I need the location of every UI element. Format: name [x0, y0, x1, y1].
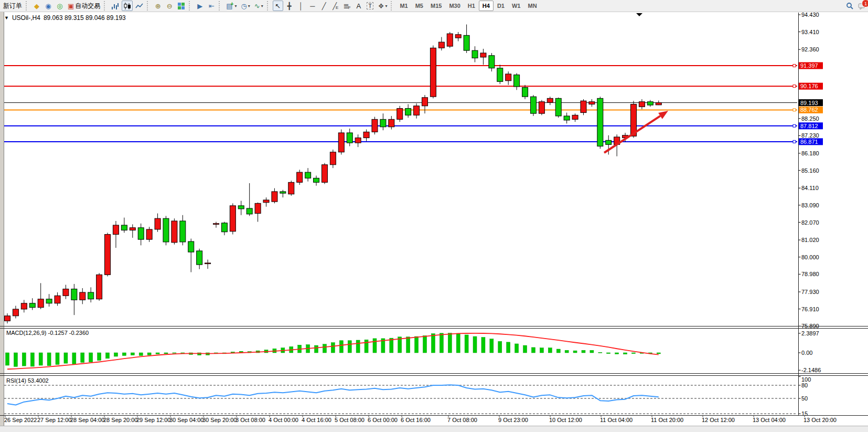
macd-histogram-bar — [515, 344, 519, 353]
signal-icon: ◎ — [57, 2, 62, 10]
timeframe-m30-button[interactable]: M30 — [445, 1, 464, 11]
crosshair-button[interactable]: ╋ — [284, 1, 295, 11]
trendline-button[interactable]: ╱ — [319, 1, 329, 11]
macd-histogram-bar — [490, 339, 494, 353]
bar-chart-icon — [111, 2, 119, 10]
crosshair-icon: ╋ — [287, 2, 292, 10]
bar-chart-button[interactable] — [110, 1, 121, 11]
macd-tick-label: 0.00 — [801, 350, 812, 356]
timeframe-h4-button[interactable]: H4 — [479, 1, 494, 11]
macd-histogram-bar — [6, 353, 9, 365]
bear-candle — [163, 218, 169, 242]
macd-histogram-bar — [448, 333, 452, 353]
label-button[interactable]: T — [365, 1, 376, 11]
icon-sub-label: E — [336, 5, 338, 10]
bullion-icon-button[interactable]: ◆ — [31, 1, 42, 11]
new-chart-button[interactable]: ▤+▾ — [224, 1, 238, 11]
bull-candle — [355, 138, 361, 143]
level-handle[interactable] — [793, 85, 796, 88]
timeframe-m15-button[interactable]: M15 — [427, 1, 445, 11]
periods-button[interactable]: ◷▾ — [239, 1, 251, 11]
chart-title-bar[interactable]: ▼ USOil-,H4 89.063 89.315 89.046 89.193 — [4, 14, 126, 22]
text-icon: A — [356, 2, 361, 10]
bear-candle — [188, 241, 194, 252]
horizontal-line-icon: ─ — [310, 2, 315, 10]
macd-histogram-bar — [582, 350, 585, 353]
new-order-button-label: 新订单 — [3, 2, 22, 10]
bull-candle — [113, 225, 119, 235]
cursor-button[interactable]: ↖ — [273, 1, 283, 11]
zoom-out-button[interactable]: ⊖ — [164, 1, 175, 11]
bull-candle — [80, 292, 85, 300]
macd-histogram-bar — [139, 353, 143, 355]
search-button[interactable] — [844, 1, 855, 11]
timeframe-mn-button[interactable]: MN — [524, 1, 540, 11]
price-tick-label: 77.930 — [801, 289, 819, 295]
clock-icon: ◷ — [241, 2, 247, 10]
bear-candle — [238, 206, 244, 209]
channel-button[interactable]: ╱E — [330, 1, 341, 11]
new-order-button[interactable]: 新订单 — [1, 1, 24, 11]
autotrading-button[interactable]: ▣自动交易 — [66, 1, 102, 11]
macd-histogram-bar — [89, 353, 93, 362]
tile-windows-button[interactable] — [176, 1, 187, 11]
fibonacci-button[interactable]: ≣F — [342, 1, 352, 11]
level-handle[interactable] — [793, 65, 796, 67]
time-tick-label: 9 Oct 23:00 — [498, 417, 528, 423]
level-handle[interactable] — [793, 140, 796, 143]
chat-button[interactable]: 1 — [856, 1, 867, 11]
price-tick-label: 81.020 — [801, 237, 819, 243]
timeframe-h1-button[interactable]: H1 — [464, 1, 479, 11]
bull-candle — [389, 119, 394, 127]
chart-collapse-icon[interactable]: ▼ — [4, 15, 9, 20]
chevron-down-icon[interactable]: ▾ — [385, 4, 387, 8]
line-chart-button[interactable] — [134, 1, 145, 11]
chevron-down-icon[interactable]: ▾ — [261, 4, 263, 8]
macd-histogram-bar — [98, 353, 101, 361]
vertical-line-button[interactable]: │ — [296, 1, 306, 11]
bull-candle — [455, 35, 461, 38]
timeframe-w1-button[interactable]: W1 — [508, 1, 524, 11]
time-tick-label: 29 Sep 12:00 — [136, 417, 170, 423]
bear-candle — [71, 289, 77, 300]
bear-candle — [46, 299, 52, 303]
community-icon-button[interactable]: ◉ — [43, 1, 53, 11]
line-chart-icon — [135, 2, 143, 10]
chevron-down-icon[interactable]: ▾ — [234, 4, 237, 8]
zoom-in-button[interactable]: ⊕ — [153, 1, 163, 11]
timeframe-m1-button[interactable]: M1 — [396, 1, 411, 11]
macd-histogram-bar — [315, 345, 318, 353]
indicators-button[interactable]: ∿▾ — [253, 1, 265, 11]
bear-candle — [489, 56, 495, 68]
horizontal-line-button[interactable]: ─ — [307, 1, 318, 11]
price-badge-label: 89.193 — [800, 100, 818, 106]
price-tick-label: 82.070 — [801, 219, 819, 226]
level-handle[interactable] — [793, 124, 796, 127]
timeframe-m5-button[interactable]: M5 — [412, 1, 427, 11]
price-tick-label: 84.110 — [801, 185, 819, 191]
signals-icon-button[interactable]: ◎ — [55, 1, 65, 11]
candlestick-chart-button[interactable] — [122, 1, 133, 11]
toolbar-separator — [391, 1, 394, 10]
price-tick-label: 76.910 — [801, 306, 819, 312]
auto-scroll-button[interactable]: ▶ — [195, 1, 205, 11]
text-button[interactable]: A — [353, 1, 364, 11]
price-badge-label: 91.397 — [800, 62, 818, 69]
macd-histogram-bar — [331, 343, 335, 353]
chart-shift-button[interactable]: ⇤ — [206, 1, 217, 11]
time-axis[interactable]: 26 Sep 202227 Sep 12:0028 Sep 04:0028 Se… — [4, 416, 837, 423]
time-tick-label: 4 Oct 16:00 — [302, 417, 331, 423]
chevron-down-icon[interactable]: ▾ — [248, 4, 250, 8]
shapes-button[interactable]: ❖▾ — [377, 1, 389, 11]
level-handle[interactable] — [793, 109, 796, 111]
bull-candle — [430, 48, 436, 97]
chart-canvas[interactable]: 94.43093.41092.36088.25087.23086.18085.1… — [0, 12, 868, 432]
timeframe-d1-button[interactable]: D1 — [494, 1, 508, 11]
bull-candle — [297, 172, 303, 182]
bear-candle — [380, 119, 386, 127]
bull-candle — [230, 206, 235, 231]
trading-terminal-window: 新订单◆◉◎▣自动交易⊕⊖▶⇤▤+▾◷▾∿▾↖╋│─╱╱E≣FAT❖▾M1M5M… — [0, 0, 868, 432]
cursor-icon: ↖ — [275, 2, 281, 10]
macd-histogram-bar — [465, 335, 468, 353]
bear-candle — [564, 116, 570, 120]
